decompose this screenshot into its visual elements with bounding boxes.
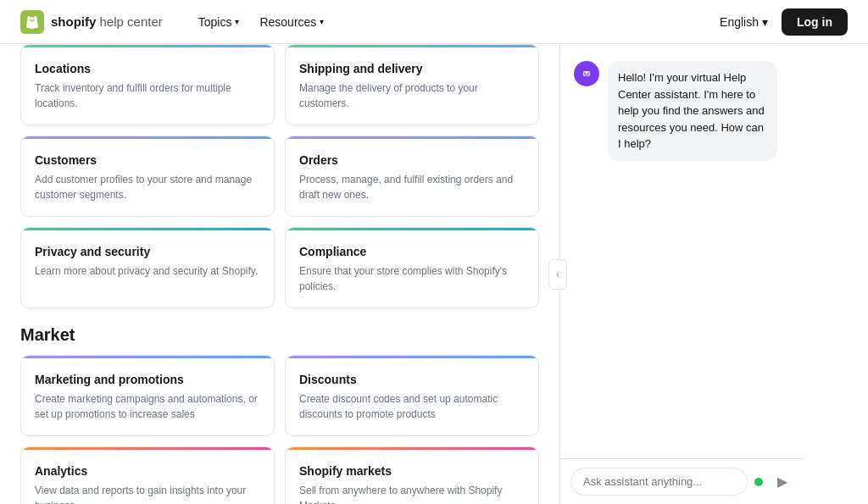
- card-desc: Process, manage, and fulfill existing or…: [299, 172, 525, 202]
- card-desc: Sell from anywhere to anywhere with Shop…: [299, 483, 525, 504]
- language-label: English: [720, 15, 759, 29]
- card-border: [21, 45, 274, 47]
- card-desc: Ensure that your store complies with Sho…: [299, 263, 525, 294]
- shipping-card[interactable]: Shipping and delivery Manage the deliver…: [285, 44, 539, 125]
- chat-bubble: Hello! I'm your virtual Help Center assi…: [608, 61, 777, 161]
- card-desc: Track inventory and fulfill orders for m…: [35, 80, 260, 111]
- resources-chevron-icon: ▾: [320, 17, 324, 26]
- card-border: [21, 447, 274, 450]
- online-indicator: [754, 478, 763, 486]
- privacy-card[interactable]: Privacy and security Learn more about pr…: [20, 227, 275, 308]
- collapse-icon: ‹: [556, 269, 559, 280]
- card-title: Discounts: [299, 373, 525, 386]
- card-title: Privacy and security: [35, 245, 260, 258]
- card-desc: Add customer profiles to your store and …: [35, 172, 260, 202]
- card-title: Analytics: [35, 464, 260, 478]
- resources-nav-item[interactable]: Resources ▾: [251, 10, 332, 34]
- card-border: [286, 45, 538, 47]
- discounts-card[interactable]: Discounts Create discount codes and set …: [285, 355, 539, 436]
- analytics-card[interactable]: Analytics View data and reports to gain …: [20, 446, 275, 504]
- card-desc: Create marketing campaigns and automatio…: [35, 391, 260, 422]
- card-title: Shopify markets: [299, 464, 525, 478]
- card-title: Customers: [35, 153, 260, 167]
- logo[interactable]: shopify help center: [20, 10, 163, 34]
- card-title: Compliance: [299, 245, 525, 258]
- card-desc: Create discount codes and set up automat…: [299, 391, 525, 422]
- topics-nav-item[interactable]: Topics ▾: [190, 10, 248, 34]
- svg-point-2: [584, 73, 586, 75]
- customers-card[interactable]: Customers Add customer profiles to your …: [20, 136, 275, 217]
- card-title: Shipping and delivery: [299, 62, 525, 75]
- market-section-title: Market: [20, 325, 539, 345]
- svg-point-3: [587, 73, 589, 75]
- card-title: Marketing and promotions: [35, 373, 260, 386]
- chat-messages: Hello! I'm your virtual Help Center assi…: [560, 44, 805, 458]
- chat-input[interactable]: [570, 468, 748, 496]
- chat-input-area: ▶: [560, 458, 805, 504]
- shopify-markets-card[interactable]: Shopify markets Sell from anywhere to an…: [285, 446, 539, 504]
- card-border: [286, 447, 538, 450]
- locations-card[interactable]: Locations Track inventory and fulfill or…: [20, 44, 275, 125]
- card-border: [286, 136, 538, 139]
- card-desc: Learn more about privacy and security at…: [35, 263, 260, 279]
- login-button[interactable]: Log in: [782, 8, 848, 36]
- card-border: [21, 228, 274, 230]
- topics-chevron-icon: ▾: [235, 17, 239, 26]
- card-title: Locations: [35, 62, 260, 75]
- header-right: English ▾ Log in: [720, 8, 848, 36]
- chat-avatar: [574, 61, 599, 86]
- card-desc: View data and reports to gain insights i…: [35, 483, 260, 504]
- shopify-bag-icon: [20, 10, 44, 34]
- orders-card[interactable]: Orders Process, manage, and fulfill exis…: [285, 136, 539, 217]
- marketing-card[interactable]: Marketing and promotions Create marketin…: [20, 355, 275, 436]
- svg-rect-4: [585, 75, 589, 75]
- manage-cards-grid: Locations Track inventory and fulfill or…: [20, 44, 539, 308]
- card-desc: Manage the delivery of products to your …: [299, 80, 525, 111]
- card-title: Orders: [299, 153, 525, 167]
- chat-message: Hello! I'm your virtual Help Center assi…: [574, 61, 792, 161]
- chat-sidebar: ‹ Hello! I'm your virtual Help Center as…: [559, 44, 805, 504]
- topics-label: Topics: [198, 15, 232, 29]
- language-selector[interactable]: English ▾: [720, 15, 768, 29]
- main-layout: Locations Track inventory and fulfill or…: [0, 44, 868, 504]
- compliance-card[interactable]: Compliance Ensure that your store compli…: [285, 227, 539, 308]
- content-area: Locations Track inventory and fulfill or…: [0, 44, 559, 504]
- lang-chevron-icon: ▾: [762, 15, 768, 29]
- chat-collapse-button[interactable]: ‹: [548, 259, 567, 290]
- card-border: [286, 356, 538, 358]
- card-border: [21, 356, 274, 358]
- resources-label: Resources: [259, 15, 316, 29]
- market-cards-grid: Marketing and promotions Create marketin…: [20, 355, 539, 504]
- card-border: [21, 136, 274, 139]
- logo-text: shopify help center: [51, 14, 163, 29]
- main-nav: Topics ▾ Resources ▾: [190, 10, 720, 34]
- chat-send-button[interactable]: ▶: [770, 469, 795, 495]
- send-icon: ▶: [777, 474, 787, 490]
- header: shopify help center Topics ▾ Resources ▾…: [0, 0, 868, 44]
- card-border: [286, 228, 538, 230]
